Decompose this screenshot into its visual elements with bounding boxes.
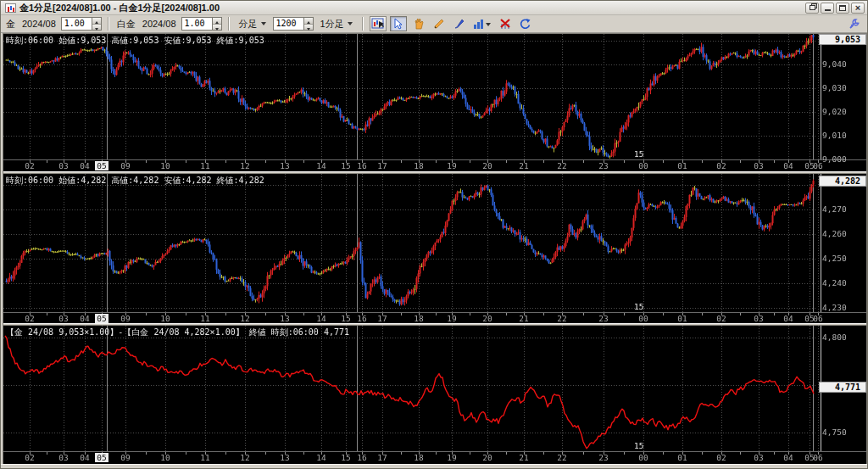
close-icon: ×: [855, 3, 860, 13]
bar-type-dropdown[interactable]: 分足: [236, 17, 270, 31]
x-axis-label: 02: [711, 453, 732, 462]
chart-cursor-tool-button[interactable]: [370, 16, 387, 31]
x-axis-label: 06: [808, 314, 828, 323]
spin-up-icon[interactable]: [92, 18, 101, 25]
x-axis-label: 00: [633, 161, 654, 170]
bar-type-value: 分足: [239, 18, 258, 31]
bar-count-value[interactable]: 1200: [273, 17, 303, 31]
x-axis-label: 18: [409, 314, 429, 323]
x-axis-label: 22: [552, 314, 572, 323]
date-marker-label: 15: [634, 302, 643, 311]
x-axis-label-highlighted: 05: [95, 161, 108, 170]
gold-multiplier-spinner[interactable]: 1.00: [61, 17, 102, 31]
y-axis-label: 4,750: [822, 428, 866, 437]
wrench-icon[interactable]: [848, 18, 860, 31]
chevron-down-icon: [261, 22, 266, 28]
spin-up-icon[interactable]: [213, 18, 221, 25]
spin-down-icon[interactable]: [92, 25, 101, 31]
spread-info: 【金 24/08 9,053×1.00】-【白金 24/08 4,282×1.0…: [6, 327, 349, 338]
interval-dropdown[interactable]: 1分足: [317, 17, 356, 31]
select-arrow-icon: [392, 18, 404, 30]
minimize-icon: [825, 9, 831, 11]
x-axis-label: 03: [53, 161, 74, 170]
gold-multiplier-value[interactable]: 1.00: [61, 17, 92, 31]
x-axis-label: 13: [275, 453, 295, 462]
x-axis-label: 11: [195, 453, 215, 462]
gold-ohlc-info: 時刻:06:00 始値:9,053 高値:9,053 安値:9,053 終値:9…: [6, 35, 264, 47]
x-axis-label: 20: [477, 161, 498, 170]
x-axis-label: 02: [19, 453, 40, 462]
refresh-button[interactable]: [517, 16, 534, 31]
x-axis-label: 00: [633, 314, 654, 323]
x-axis-label: 02: [711, 161, 732, 170]
chart-type-button[interactable]: [471, 16, 493, 31]
delete-chart-button[interactable]: [497, 16, 514, 31]
float-window-button[interactable]: [805, 3, 819, 14]
x-axis-label: 17: [372, 314, 392, 323]
maximize-button[interactable]: [836, 3, 849, 14]
x-axis-label: 21: [514, 161, 534, 170]
x-axis-label: 04: [778, 161, 798, 170]
spin-down-icon[interactable]: [213, 25, 221, 31]
pencil-tool-button[interactable]: [431, 16, 448, 31]
pencil-icon: [433, 18, 445, 30]
platinum-last-price-box: 4,282: [819, 176, 866, 187]
platinum-ohlc-info: 時刻:06:00 始値:4,282 高値:4,282 安値:4,282 終値:4…: [6, 175, 264, 187]
float-icon: [810, 5, 815, 10]
x-axis-label: 04: [75, 314, 95, 323]
x-axis-label: 04: [778, 453, 798, 462]
platinum-candlestick-canvas[interactable]: [3, 174, 866, 323]
close-button[interactable]: ×: [851, 3, 865, 14]
x-axis-label: 22: [552, 453, 572, 462]
x-axis-label: 03: [53, 453, 74, 462]
y-axis-label: 9,010: [822, 131, 866, 140]
select-tool-button[interactable]: [390, 16, 407, 31]
platinum-multiplier-value[interactable]: 1.00: [181, 17, 212, 31]
x-axis-label: 11: [195, 314, 215, 323]
x-axis-label: 03: [748, 314, 769, 323]
hand-tool-button[interactable]: [410, 16, 427, 31]
x-axis-label: 04: [778, 314, 798, 323]
platinum-candlestick-panel[interactable]: 時刻:06:00 始値:4,282 高値:4,282 安値:4,282 終値:4…: [3, 174, 866, 323]
spread-line-canvas[interactable]: [3, 326, 866, 465]
y-axis-label: 4,240: [822, 279, 866, 288]
x-axis-label: 10: [155, 314, 175, 323]
brush-tool-button[interactable]: [451, 16, 468, 31]
date-marker-label: 15: [634, 149, 643, 159]
gold-candlestick-panel[interactable]: 時刻:06:00 始値:9,053 高値:9,053 安値:9,053 終値:9…: [3, 34, 866, 171]
y-axis-label: 4,250: [822, 254, 866, 263]
x-axis-label: 19: [442, 453, 462, 462]
x-axis-label: 12: [235, 314, 255, 323]
gold-last-price-box: 9,053: [819, 34, 866, 45]
bar-count-spinner[interactable]: 1200: [273, 17, 314, 31]
y-axis-label: 9,000: [822, 155, 866, 164]
chart-cursor-icon: [371, 18, 385, 30]
x-axis-label: 17: [372, 453, 392, 462]
gold-candlestick-canvas[interactable]: [3, 34, 866, 171]
x-axis-label: 04: [75, 161, 95, 170]
x-axis-label: 12: [235, 453, 255, 462]
x-axis-label: 16: [352, 161, 372, 170]
chart-area: 時刻:06:00 始値:9,053 高値:9,053 安値:9,053 終値:9…: [3, 33, 867, 464]
spin-down-icon[interactable]: [304, 25, 313, 31]
spread-line-panel[interactable]: 【金 24/08 9,053×1.00】-【白金 24/08 4,282×1.0…: [3, 326, 866, 465]
maximize-icon: [839, 5, 846, 11]
gold-label: 金: [4, 18, 17, 31]
x-axis-label: 03: [748, 161, 769, 170]
title-bar: 金1分足[2024/08]1.00 - 白金1分足[2024/08]1.00 ×: [1, 1, 867, 15]
app-window: 金1分足[2024/08]1.00 - 白金1分足[2024/08]1.00 ×…: [0, 0, 868, 469]
bar-chart-icon: [473, 18, 492, 30]
platinum-multiplier-spinner[interactable]: 1.00: [181, 17, 222, 31]
x-axis-label: 12: [235, 161, 255, 170]
x-axis-label: 13: [275, 161, 295, 170]
x-axis-label: 03: [53, 314, 74, 323]
spin-up-icon[interactable]: [304, 18, 313, 25]
x-axis-label: 17: [372, 161, 392, 170]
x-axis-label: 09: [115, 161, 136, 170]
x-axis-label: 04: [75, 453, 95, 462]
brush-icon: [453, 18, 465, 30]
x-axis-label: 19: [442, 161, 462, 170]
x-axis-label: 16: [352, 453, 372, 462]
y-axis-label: 4,230: [822, 304, 866, 312]
minimize-button[interactable]: [821, 3, 834, 14]
